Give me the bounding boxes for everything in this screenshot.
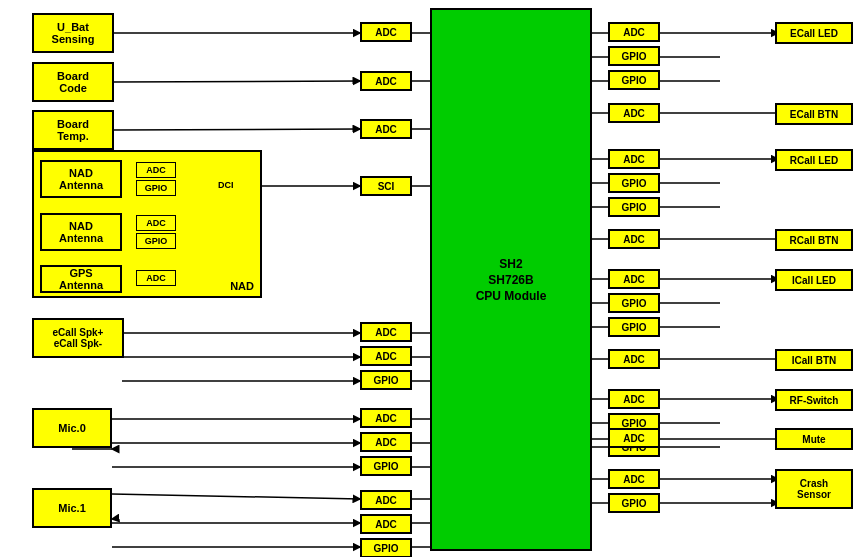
right-adc-ecall-led-1: ADC	[608, 22, 660, 42]
mic0-label: Mic.0	[58, 422, 86, 434]
right-gpio-icall-led-2: GPIO	[608, 293, 660, 313]
right-gpio-ecall-led-3: GPIO	[608, 70, 660, 90]
svg-line-2	[112, 129, 360, 130]
ecall-btn-text: ECall BTN	[790, 109, 838, 120]
cpu-module-label: CPU Module	[476, 289, 547, 303]
crash-sensor-label: CrashSensor	[775, 469, 853, 509]
nad-antenna-1-block: NADAntenna	[40, 160, 122, 198]
right-gpio-ecall-led-2: GPIO	[608, 46, 660, 66]
crash-sensor-text: CrashSensor	[797, 478, 831, 500]
rcall-btn-label: RCall BTN	[775, 229, 853, 251]
gps-ant-label: GPSAntenna	[59, 267, 103, 291]
center-gpio-mic1: GPIO	[360, 538, 412, 557]
board-code-label: BoardCode	[57, 70, 89, 94]
dci-label: DCI	[218, 180, 234, 190]
right-adc-rcall-led-1: ADC	[608, 149, 660, 169]
nad-gpio-2: GPIO	[136, 233, 176, 249]
nad-adc-2: ADC	[136, 215, 176, 231]
board-code-block: BoardCode	[32, 62, 114, 102]
icall-btn-label: ICall BTN	[775, 349, 853, 371]
center-adc-mic1-1: ADC	[360, 490, 412, 510]
right-adc-icall-btn: ADC	[608, 349, 660, 369]
mic0-block: Mic.0	[32, 408, 112, 448]
icall-led-text: ICall LED	[792, 275, 836, 286]
board-temp-block: BoardTemp.	[32, 110, 114, 150]
rcall-led-label: RCall LED	[775, 149, 853, 171]
ubat-sensing-block: U_BatSensing	[32, 13, 114, 53]
gps-antenna-block: GPSAntenna	[40, 265, 122, 293]
center-adc-board-code: ADC	[360, 71, 412, 91]
center-gpio-mic0: GPIO	[360, 456, 412, 476]
center-sci-nad: SCI	[360, 176, 412, 196]
right-adc-icall-led-1: ADC	[608, 269, 660, 289]
nad-ant1-label: NADAntenna	[59, 167, 103, 191]
right-adc-rcall-btn: ADC	[608, 229, 660, 249]
center-adc-ubat: ADC	[360, 22, 412, 42]
center-adc-ecall-2: ADC	[360, 346, 412, 366]
center-gpio-ecall: GPIO	[360, 370, 412, 390]
rcall-btn-text: RCall BTN	[790, 235, 839, 246]
nad-adc-3: ADC	[136, 270, 176, 286]
mic1-label: Mic.1	[58, 502, 86, 514]
cpu-module-block: SH2 SH726B CPU Module	[430, 8, 592, 551]
diagram-container: U_BatSensing BoardCode BoardTemp. NAD NA…	[0, 0, 865, 557]
center-adc-mic1-2: ADC	[360, 514, 412, 534]
svg-line-1	[112, 81, 360, 82]
nad-adc-1: ADC	[136, 162, 176, 178]
rf-switch-text: RF-Switch	[790, 395, 839, 406]
center-adc-mic0-2: ADC	[360, 432, 412, 452]
mute-label: Mute	[775, 428, 853, 450]
rcall-led-text: RCall LED	[790, 155, 838, 166]
nad-outer-label: NAD	[230, 280, 254, 292]
right-adc-rfswitch-1: ADC	[608, 389, 660, 409]
right-gpio-rcall-led-3: GPIO	[608, 197, 660, 217]
right-adc-crash: ADC	[608, 469, 660, 489]
right-gpio-icall-led-3: GPIO	[608, 317, 660, 337]
right-adc-ecall-btn: ADC	[608, 103, 660, 123]
nad-ant2-label: NADAntenna	[59, 220, 103, 244]
center-adc-mic0-1: ADC	[360, 408, 412, 428]
svg-line-11	[112, 494, 360, 499]
center-adc-ecall-1: ADC	[360, 322, 412, 342]
nad-gpio-1: GPIO	[136, 180, 176, 196]
icall-led-label: ICall LED	[775, 269, 853, 291]
right-gpio-rcall-led-2: GPIO	[608, 173, 660, 193]
ecall-led-text: ECall LED	[790, 28, 838, 39]
nad-antenna-2-block: NADAntenna	[40, 213, 122, 251]
ubat-label: U_BatSensing	[52, 21, 95, 45]
board-temp-label: BoardTemp.	[57, 118, 89, 142]
icall-btn-text: ICall BTN	[792, 355, 836, 366]
right-gpio-crash: GPIO	[608, 493, 660, 513]
mic1-block: Mic.1	[32, 488, 112, 528]
ecall-spk-block: eCall Spk+eCall Spk-	[32, 318, 124, 358]
cpu-sh726b-label: SH726B	[488, 273, 533, 287]
cpu-sh2-label: SH2	[499, 257, 522, 271]
mute-text: Mute	[802, 434, 825, 445]
rf-switch-label: RF-Switch	[775, 389, 853, 411]
ecall-btn-label: ECall BTN	[775, 103, 853, 125]
ecall-led-label: ECall LED	[775, 22, 853, 44]
center-adc-board-temp: ADC	[360, 119, 412, 139]
ecall-spk-label: eCall Spk+eCall Spk-	[53, 327, 104, 349]
right-adc-mute: ADC	[608, 428, 660, 448]
